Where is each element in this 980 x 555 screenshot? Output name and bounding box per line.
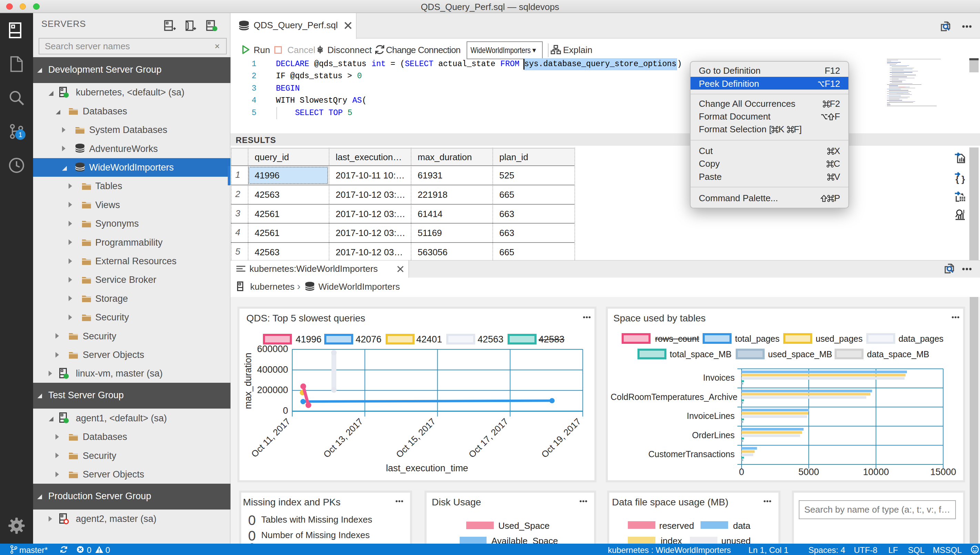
- svg-text:{ }: { }: [956, 174, 965, 184]
- svg-text:400000: 400000: [257, 364, 288, 375]
- svg-text:0: 0: [283, 406, 288, 416]
- svg-text:0: 0: [739, 467, 744, 477]
- svg-text:5000: 5000: [799, 467, 819, 477]
- svg-text:Oct 15, 2017: Oct 15, 2017: [394, 416, 437, 460]
- svg-text:200000: 200000: [257, 385, 288, 395]
- svg-text:600000: 600000: [257, 344, 288, 354]
- svg-text:Oct 19, 2017: Oct 19, 2017: [539, 416, 583, 460]
- svg-text:10000: 10000: [863, 467, 889, 477]
- svg-text:15000: 15000: [930, 467, 956, 477]
- svg-text:Oct 13, 2017: Oct 13, 2017: [321, 416, 365, 460]
- svg-text:Oct 17, 2017: Oct 17, 2017: [467, 416, 510, 460]
